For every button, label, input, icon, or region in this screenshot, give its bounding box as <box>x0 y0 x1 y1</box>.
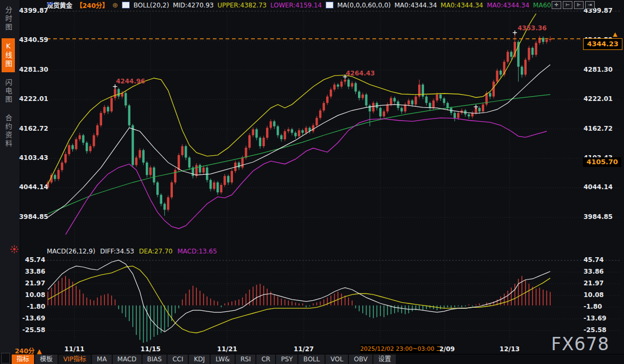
toolbar-tab-模板[interactable]: 模板 <box>35 354 57 364</box>
axis-label: 45.74 <box>19 256 45 264</box>
axis-label: 21.97 <box>19 280 45 287</box>
boll-lower-value: LOWER:4159.14 <box>270 2 322 9</box>
axis-label: 45.74 <box>584 256 604 264</box>
axis-label: 33.86 <box>19 268 45 275</box>
toolbar-tab-MACD[interactable]: MACD <box>113 354 142 364</box>
toolbar-tab-KDJ[interactable]: KDJ <box>189 354 210 364</box>
ma0-magenta-value: MA0:4344.34 <box>487 2 529 9</box>
axis-label: 10.08 <box>584 291 604 299</box>
left-axis-icon[interactable]: ⊢ <box>563 1 572 9</box>
sidebar-tab-item[interactable]: 闪电图 <box>2 75 15 108</box>
pan-icon[interactable]: ✛ <box>552 1 561 9</box>
axis-label: -1.80 <box>584 303 602 310</box>
axis-label: 3984.85 <box>19 213 45 221</box>
axis-label: -13.69 <box>19 315 45 322</box>
chart-tool-icons: ✛⊢⊩⇥ <box>552 1 595 9</box>
toolbar-tab-CCI[interactable]: CCI <box>168 354 188 364</box>
toolbar-tab-VIP指标[interactable]: VIP指标 <box>59 354 91 364</box>
axis-label: 4222.01 <box>584 95 613 103</box>
period-badge[interactable]: 240分 ▲ <box>15 346 41 355</box>
ma-label: MA(0,0,0,60,0,0) <box>337 2 390 9</box>
peak-price-label: 4244.96 <box>116 78 145 85</box>
ma0-white-value: MA0:4344.34 <box>394 2 437 9</box>
x-axis-date-label: 11/15 <box>140 345 161 353</box>
latest-price-arrow-icon[interactable]: ▲ <box>613 31 617 38</box>
secondary-price-tag: 4105.70 <box>583 157 621 167</box>
corner-box[interactable] <box>1 353 10 363</box>
axis-label: 4044.14 <box>19 183 45 191</box>
peak-price-label: 4353.36 <box>518 24 547 32</box>
toolbar-tab-MA[interactable]: MA <box>92 354 112 364</box>
current-price-tag: 4344.23 <box>583 38 622 50</box>
boll-upper-value: UPPER:4382.73 <box>218 2 267 9</box>
peak-price-label: 4264.43 <box>346 70 375 77</box>
left-sidebar: 分时图K线图闪电图合约资料 <box>0 0 20 354</box>
toolbar-tab-CR[interactable]: CR <box>256 354 275 364</box>
axis-label: -13.69 <box>584 315 606 322</box>
macd-diff-value: DIFF:34.53 <box>100 248 134 255</box>
period-label[interactable]: 【240分】 <box>76 1 109 10</box>
x-axis-date-label: 11/11 <box>64 345 85 353</box>
axis-label: 4103.43 <box>19 154 45 162</box>
toolbar-tab-设置[interactable]: 设置 <box>373 354 396 364</box>
axis-label: 4044.14 <box>584 183 613 191</box>
axis-label: 4281.30 <box>19 66 45 73</box>
ma-indicator-icon[interactable] <box>326 2 334 9</box>
trading-app-window: 分时图K线图闪电图合约资料 现货黄金 【240分】 ⊕ BOLL(20,2) M… <box>0 0 624 364</box>
indicator-toolbar: 指标模板VIP指标MAMACDBIASCCIKDJLW&RSICRPSYBOLL… <box>0 354 624 364</box>
axis-label: 10.08 <box>19 291 45 299</box>
fx678-watermark: FX678 <box>551 334 610 354</box>
chart-header: 现货黄金 【240分】 ⊕ BOLL(20,2) MID:4270.93 UPP… <box>47 1 558 9</box>
price-chart-canvas[interactable] <box>0 0 624 354</box>
axis-label: 33.86 <box>584 268 604 275</box>
sidebar-tab-item[interactable]: 分时图 <box>2 3 15 36</box>
boll-indicator-icon[interactable] <box>122 2 130 9</box>
axis-label: 3984.85 <box>584 213 613 221</box>
macd-dea-value: DEA:27.70 <box>139 248 172 255</box>
ma0-yellow-value: MA0:4344.34 <box>440 2 483 9</box>
axis-label: 4162.72 <box>584 125 613 132</box>
boll-mid-value: MID:4270.93 <box>173 2 214 9</box>
axis-label: 4399.87 <box>19 7 45 14</box>
toolbar-tab-PSY[interactable]: PSY <box>276 354 297 364</box>
sidebar-tab-item[interactable]: 合约资料 <box>2 111 15 152</box>
toolbar-tab-OBV[interactable]: OBV <box>349 354 372 364</box>
right-axis-icon[interactable]: ⊩ <box>574 1 584 9</box>
x-axis-date-label: 11/27 <box>294 345 314 353</box>
toolbar-tab-VOL[interactable]: VOL <box>326 354 348 364</box>
x-axis-date-label: 12/13 <box>500 345 520 353</box>
add-indicator-icon[interactable]: ⊕ <box>112 1 118 9</box>
macd-macd-value: MACD:13.65 <box>177 248 217 255</box>
shift-right-icon[interactable]: ⇥ <box>585 1 595 9</box>
toolbar-tab-BIAS[interactable]: BIAS <box>143 354 167 364</box>
candle-time-tooltip: 2025/12/02 23:00~03:00 二 <box>360 344 440 353</box>
axis-label: 4340.59 <box>19 36 45 44</box>
toolbar-tab-指标[interactable]: 指标 <box>12 354 34 364</box>
toolbar-tab-LW&[interactable]: LW& <box>211 354 235 364</box>
axis-label: 4222.01 <box>19 95 45 103</box>
sidebar-tab-active[interactable]: K线图 <box>2 38 15 72</box>
axis-label: -25.58 <box>584 326 606 334</box>
axis-label: -1.80 <box>19 303 45 310</box>
boll-label: BOLL(20,2) <box>134 2 169 9</box>
axis-label: 4281.30 <box>584 66 613 73</box>
macd-header: MACD(26,12,9) DIFF:34.53 DEA:27.70 MACD:… <box>47 248 217 255</box>
axis-label: -25.58 <box>19 326 45 334</box>
axis-label: 4162.72 <box>19 125 45 132</box>
x-axis-date-label: 11/21 <box>217 345 237 353</box>
toolbar-tab-RSI[interactable]: RSI <box>236 354 256 364</box>
toolbar-tab-BOLL[interactable]: BOLL <box>298 354 325 364</box>
axis-label: 21.97 <box>584 280 604 287</box>
macd-title[interactable]: MACD(26,12,9) <box>47 248 95 255</box>
